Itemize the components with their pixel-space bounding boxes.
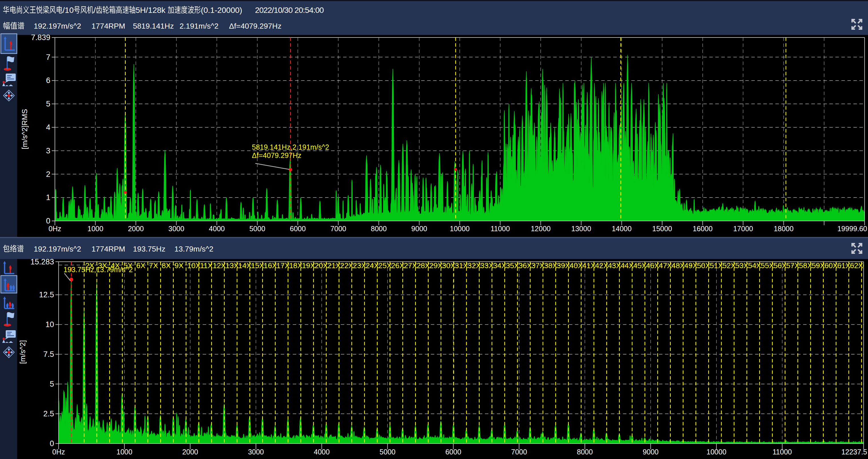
svg-text:0Hz: 0Hz [52,448,65,456]
svg-text:15000: 15000 [652,225,672,233]
svg-text:1774RPM: 1774RPM [92,245,125,253]
svg-text:12237.5: 12237.5 [841,448,867,456]
svg-text:26X: 26X [391,261,404,270]
svg-text:12000: 12000 [531,225,551,233]
svg-text:53X: 53X [735,261,748,270]
svg-text:17X: 17X [276,261,290,270]
svg-text:35X: 35X [506,261,519,270]
svg-text:20X: 20X [315,261,328,270]
svg-text:49X: 49X [684,261,697,270]
svg-text:2000: 2000 [128,225,144,233]
svg-text:41X: 41X [582,261,595,270]
svg-text:3000: 3000 [168,225,184,233]
svg-text:38X: 38X [544,261,557,270]
svg-text:58X: 58X [799,261,812,270]
svg-text:23X: 23X [353,261,366,270]
svg-text:5819.141Hz: 5819.141Hz [133,22,174,30]
svg-text:14X: 14X [238,261,251,270]
svg-text:48X: 48X [672,261,685,270]
svg-text:31X: 31X [455,261,468,270]
svg-text:19999.60: 19999.60 [837,225,867,233]
svg-text:30X: 30X [442,261,455,270]
svg-text:Δf=4079.297Hz: Δf=4079.297Hz [252,151,301,160]
svg-text:59X: 59X [812,261,825,270]
svg-text:24X: 24X [366,261,379,270]
svg-text:55X: 55X [761,261,774,270]
svg-text:9000: 9000 [411,225,427,233]
svg-text:56X: 56X [773,261,786,270]
svg-text:6000: 6000 [290,225,306,233]
svg-text:0Hz: 0Hz [49,225,61,233]
svg-text:25X: 25X [378,261,392,270]
svg-text:12X: 12X [213,261,226,270]
svg-text:5000: 5000 [380,448,396,456]
svg-text:1774RPM: 1774RPM [92,22,125,30]
svg-text:4: 4 [46,123,50,132]
svg-text:17000: 17000 [733,225,753,233]
svg-text:22X: 22X [340,261,353,270]
svg-text:27X: 27X [404,261,417,270]
svg-text:11000: 11000 [491,225,510,233]
svg-text:44X: 44X [620,261,633,270]
svg-text:54X: 54X [748,261,761,270]
svg-text:0: 0 [46,217,50,225]
svg-text:10X: 10X [187,261,200,270]
svg-text:47X: 47X [659,261,672,270]
svg-text:16X: 16X [264,261,277,270]
svg-text:3000: 3000 [248,448,264,456]
svg-text:2000: 2000 [182,448,198,456]
svg-text:33X: 33X [480,261,493,270]
svg-text:60X: 60X [825,261,838,270]
svg-text:15.283: 15.283 [30,258,54,266]
svg-text:Δf=4079.297Hz: Δf=4079.297Hz [229,22,281,30]
svg-text:2.5: 2.5 [43,409,54,418]
svg-text:5: 5 [46,99,50,108]
svg-text:6: 6 [46,76,50,85]
svg-text:/: / [93,6,96,15]
svg-text:18X: 18X [289,261,302,270]
svg-text:6000: 6000 [445,448,461,456]
svg-text:62X: 62X [850,261,863,270]
svg-text:42X: 42X [595,261,608,270]
svg-text:0: 0 [50,439,54,448]
svg-text:193.75Hz: 193.75Hz [133,245,165,253]
svg-text:7.839: 7.839 [31,33,50,42]
svg-text:(0.1-20000): (0.1-20000) [201,6,242,15]
svg-text:28X: 28X [416,261,430,270]
svg-text:39X: 39X [557,261,570,270]
svg-text:61X: 61X [837,261,850,270]
svg-text:2022/10/30 20:54:00: 2022/10/30 20:54:00 [255,6,323,15]
svg-text:21X: 21X [328,261,341,270]
svg-text:2.191m/s^2: 2.191m/s^2 [180,22,218,30]
svg-text:7000: 7000 [511,448,527,456]
svg-text:8000: 8000 [371,225,387,233]
svg-text:10000: 10000 [450,225,470,233]
svg-text:45X: 45X [633,261,646,270]
svg-text:8000: 8000 [577,448,593,456]
svg-text:7: 7 [46,53,50,61]
svg-text:[m/s^2]: [m/s^2] [18,340,27,364]
svg-text:29X: 29X [429,261,442,270]
svg-text:11000: 11000 [773,448,792,456]
svg-text:1: 1 [46,193,50,202]
svg-text:10: 10 [45,320,54,329]
svg-text:/10: /10 [63,6,74,15]
svg-text:13X: 13X [225,261,239,270]
svg-text:16000: 16000 [693,225,713,233]
svg-text:63X: 63X [863,261,868,270]
svg-text:13.79m/s^2: 13.79m/s^2 [175,245,213,253]
svg-text:8X: 8X [162,261,171,270]
svg-text:13000: 13000 [571,225,591,233]
svg-text:6X: 6X [136,261,146,270]
svg-text:3: 3 [46,146,50,155]
svg-text:10000: 10000 [707,448,726,456]
svg-text:12.5: 12.5 [39,290,54,299]
svg-text:15X: 15X [251,261,264,270]
svg-text:46X: 46X [646,261,659,270]
svg-text:57X: 57X [786,261,799,270]
svg-text:37X: 37X [531,261,545,270]
svg-text:193.75Hz,13.79m/s^2: 193.75Hz,13.79m/s^2 [63,265,133,274]
svg-text:19X: 19X [302,261,315,270]
svg-text:43X: 43X [608,261,621,270]
svg-text:40X: 40X [569,261,583,270]
